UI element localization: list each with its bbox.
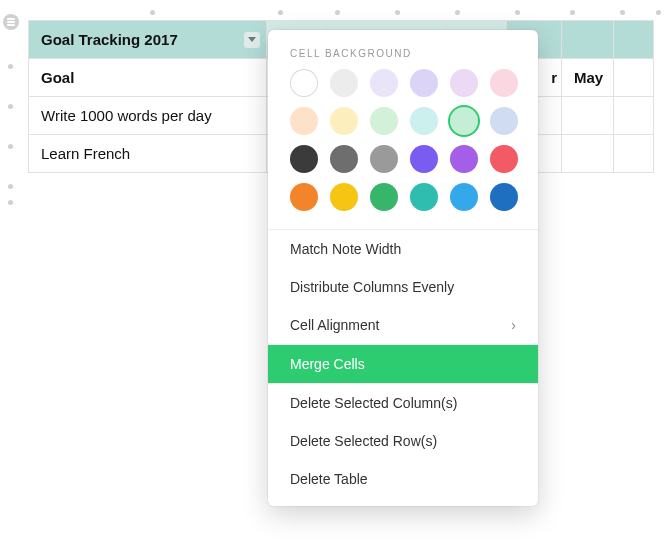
menu-item-label: Match Note Width: [290, 241, 401, 257]
header-goal[interactable]: Goal: [29, 59, 267, 97]
menu-item-label: Delete Table: [290, 471, 368, 487]
color-swatch[interactable]: [370, 183, 398, 211]
color-swatch[interactable]: [290, 69, 318, 97]
header-may[interactable]: May: [562, 59, 614, 97]
color-swatch[interactable]: [330, 145, 358, 173]
menu-item[interactable]: Distribute Columns Evenly: [268, 268, 538, 306]
color-swatch[interactable]: [290, 107, 318, 135]
cell-menu-trigger[interactable]: [244, 32, 260, 48]
color-swatch[interactable]: [410, 69, 438, 97]
color-swatch[interactable]: [410, 107, 438, 135]
color-swatch[interactable]: [490, 183, 518, 211]
menu-item[interactable]: Cell Alignment›: [268, 306, 538, 344]
color-swatch-grid: [268, 69, 538, 229]
chevron-down-icon: [248, 37, 256, 42]
menu-item-label: Delete Selected Row(s): [290, 433, 437, 449]
menu-item-merge-cells[interactable]: Merge Cells: [268, 345, 538, 383]
menu-item[interactable]: Delete Selected Row(s): [268, 422, 538, 460]
color-swatch[interactable]: [490, 69, 518, 97]
color-swatch[interactable]: [330, 69, 358, 97]
menu-item-label: Merge Cells: [290, 356, 365, 372]
color-swatch[interactable]: [490, 107, 518, 135]
table-grip-handle[interactable]: [3, 14, 19, 30]
color-swatch[interactable]: [370, 145, 398, 173]
color-swatch[interactable]: [450, 107, 478, 135]
cell-context-menu: CELL BACKGROUND Match Note WidthDistribu…: [268, 30, 538, 506]
menu-item[interactable]: Delete Selected Column(s): [268, 384, 538, 422]
menu-item[interactable]: Match Note Width: [268, 230, 538, 268]
color-swatch[interactable]: [370, 69, 398, 97]
color-swatch[interactable]: [490, 145, 518, 173]
color-swatch[interactable]: [290, 183, 318, 211]
menu-item-label: Cell Alignment: [290, 317, 380, 333]
menu-item-label: Delete Selected Column(s): [290, 395, 457, 411]
color-swatch[interactable]: [370, 107, 398, 135]
color-swatch[interactable]: [450, 183, 478, 211]
cell-goal[interactable]: Write 1000 words per day: [29, 97, 267, 135]
menu-item[interactable]: Delete Table: [268, 460, 538, 498]
title-cell[interactable]: Goal Tracking 2017: [29, 21, 267, 59]
color-swatch[interactable]: [330, 183, 358, 211]
color-swatch[interactable]: [450, 145, 478, 173]
color-swatch[interactable]: [450, 69, 478, 97]
cell-goal[interactable]: Learn French: [29, 135, 267, 173]
color-swatch[interactable]: [410, 145, 438, 173]
menu-item-label: Distribute Columns Evenly: [290, 279, 454, 295]
color-swatch[interactable]: [290, 145, 318, 173]
color-swatch[interactable]: [330, 107, 358, 135]
color-swatch[interactable]: [410, 183, 438, 211]
cell-background-label: CELL BACKGROUND: [268, 48, 538, 69]
table-title-text: Goal Tracking 2017: [41, 31, 178, 48]
chevron-right-icon: ›: [511, 317, 516, 333]
